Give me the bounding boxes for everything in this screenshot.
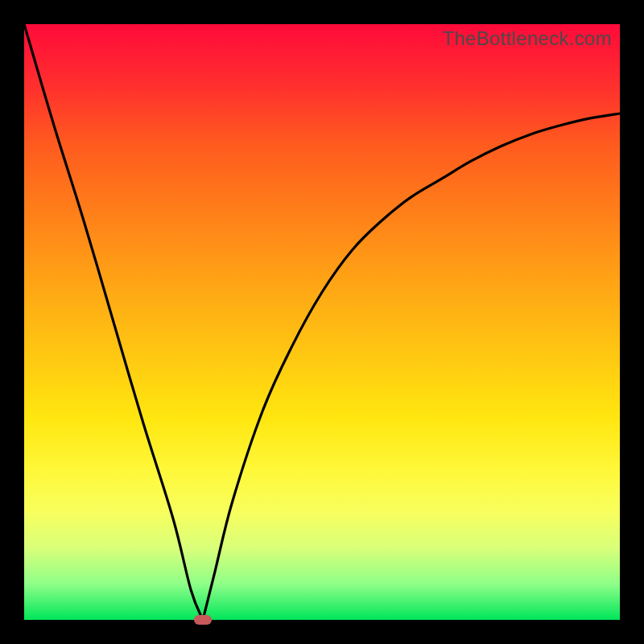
bottleneck-curve xyxy=(24,24,620,620)
minimum-marker xyxy=(194,615,212,625)
plot-area: TheBottleneck.com xyxy=(24,24,620,620)
curve-svg xyxy=(24,24,620,620)
chart-frame: TheBottleneck.com xyxy=(0,0,644,644)
